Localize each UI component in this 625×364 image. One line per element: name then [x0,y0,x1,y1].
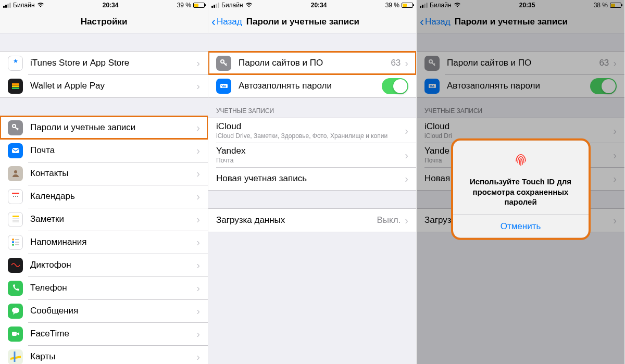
chevron-right-icon: › [196,214,200,224]
battery-icon [402,3,413,8]
cell-wallet[interactable]: Wallet и Apple Pay › [0,74,208,97]
nav-title: Настройки [0,17,208,27]
cell-mail[interactable]: Почта › [0,139,208,162]
chevron-right-icon: › [405,125,408,136]
svg-rect-29 [222,86,226,87]
cell-label: iCloud [216,121,405,132]
svg-rect-4 [12,148,19,153]
svg-point-16 [12,241,14,243]
calendar-icon [8,189,23,204]
cell-label: Новая учетная запись [216,173,405,184]
cell-fetch-data[interactable]: Загрузка данных Выкл. › [208,209,416,232]
svg-rect-26 [221,85,222,86]
cell-phone[interactable]: Телефон › [0,277,208,299]
contacts-icon [8,166,23,181]
chevron-right-icon: › [196,329,200,339]
accounts-section-header: УЧЕТНЫЕ ЗАПИСИ [208,98,416,118]
cell-label: Загрузка данных [216,215,377,225]
svg-rect-0 [12,83,19,85]
cell-label: Телефон [30,283,196,293]
cell-label: Почта [30,145,196,156]
chevron-right-icon: › [405,215,408,225]
chevron-right-icon: › [196,191,200,202]
nav-bar: Настройки [0,10,208,33]
key-icon [216,56,231,71]
chevron-right-icon: › [196,122,200,133]
nav-title: Пароли и учетные записи [246,17,416,27]
cell-label: Карты [30,352,196,362]
svg-rect-28 [224,85,226,86]
svg-rect-10 [17,196,18,197]
appstore-icon [8,56,23,71]
chevron-right-icon: › [196,81,200,91]
messages-icon [8,304,23,319]
cell-subtitle: iCloud Drive, Заметки, Здоровье, Фото, Х… [216,133,405,140]
cell-messages[interactable]: Сообщения › [0,299,208,322]
cell-label: Заметки [30,214,196,224]
cell-voicememos[interactable]: Диктофон › [0,254,208,277]
wifi-icon [245,2,253,9]
chevron-right-icon: › [196,283,200,293]
cell-itunes-store[interactable]: iTunes Store и App Store › [0,52,208,74]
autofill-toggle[interactable] [382,78,408,94]
back-label: Назад [217,17,242,27]
chevron-right-icon: › [196,306,200,316]
accounts-list[interactable]: Пароли сайтов и ПО 63 › Автозаполнять па… [208,33,416,364]
cell-maps[interactable]: Карты › [0,345,208,364]
cell-label: Напоминания [30,237,196,247]
svg-rect-1 [12,85,19,87]
screen-settings: Билайн 20:34 39 % Настройки iTunes Store… [0,0,208,364]
carrier-label: Билайн [221,2,243,9]
cell-icloud-account[interactable]: iCloud iCloud Drive, Заметки, Здоровье, … [208,118,416,143]
wifi-icon [37,2,44,9]
cell-label: Контакты [30,168,196,179]
cell-website-app-passwords[interactable]: Пароли сайтов и ПО 63 › [208,52,416,74]
signal-icon [211,3,219,8]
svg-point-15 [12,239,14,241]
cell-label: Wallet и Apple Pay [30,81,196,91]
chevron-right-icon: › [196,168,200,179]
chevron-right-icon: › [405,58,408,68]
carrier-label: Билайн [13,2,35,9]
cell-yandex-account[interactable]: Yandex Почта › [208,143,416,167]
svg-point-5 [14,170,17,173]
battery-icon [193,3,205,8]
screen-passwords-accounts: Билайн 20:34 39 % ‹ Назад Пароли и учетн… [208,0,417,364]
cell-contacts[interactable]: Контакты › [0,162,208,185]
cell-label: Автозаполнять пароли [239,81,382,91]
battery-percent: 39 % [385,2,399,9]
svg-rect-8 [13,196,14,197]
svg-rect-6 [12,193,19,194]
cell-notes[interactable]: Заметки › [0,208,208,231]
chevron-right-icon: › [196,260,200,270]
touchid-alert: Используйте Touch ID для просмотра сохра… [453,141,589,238]
back-button[interactable]: ‹ Назад [208,16,242,28]
status-time: 20:34 [103,2,119,9]
cell-label: Сообщения [30,306,196,316]
cell-facetime[interactable]: FaceTime › [0,322,208,345]
chevron-left-icon: ‹ [211,16,216,28]
cell-subtitle: Почта [216,157,405,164]
screen-touchid-prompt: Билайн 20:35 38 % ‹ Назад Пароли и учетн… [417,0,625,364]
chevron-right-icon: › [405,150,408,160]
phone-icon [8,281,23,296]
cell-add-account[interactable]: Новая учетная запись › [208,167,416,190]
settings-list[interactable]: iTunes Store и App Store › Wallet и Appl… [0,33,208,364]
cell-autofill-passwords[interactable]: Автозаполнять пароли [208,74,416,97]
chevron-right-icon: › [196,145,200,156]
status-time: 20:34 [311,2,327,9]
chevron-right-icon: › [196,58,200,68]
svg-rect-25 [220,84,228,88]
cell-passwords-accounts[interactable]: Пароли и учетные записи › [0,116,208,139]
svg-rect-11 [12,216,19,217]
alert-cancel-button[interactable]: Отменить [453,215,589,238]
cell-calendar[interactable]: Календарь › [0,185,208,208]
cell-label: Пароли сайтов и ПО [239,58,391,68]
cell-reminders[interactable]: Напоминания › [0,231,208,254]
fingerprint-icon [461,150,580,171]
cell-label: iTunes Store и App Store [30,58,196,68]
fetch-value: Выкл. [377,215,401,225]
maps-icon [8,349,23,365]
voicememos-icon [8,258,23,273]
svg-rect-27 [223,85,224,86]
